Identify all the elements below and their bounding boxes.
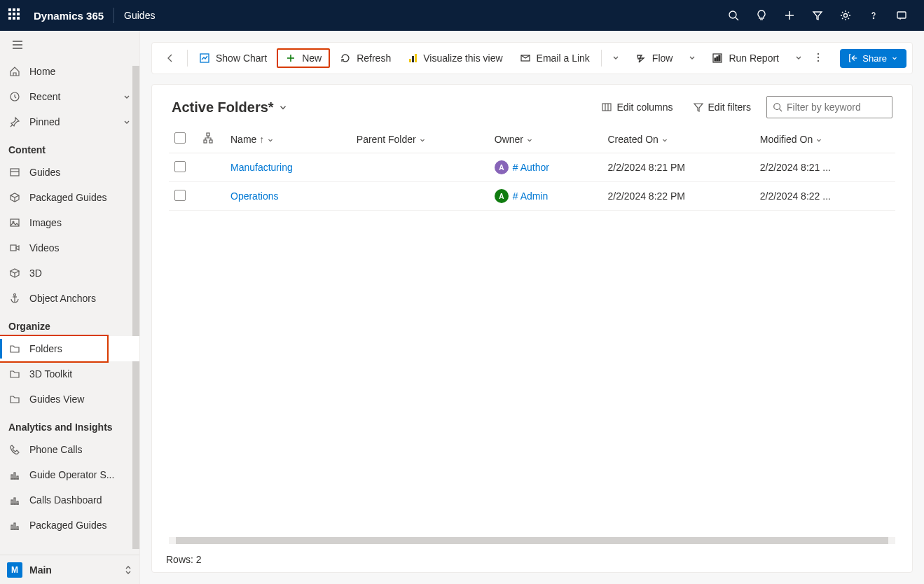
brand-name: Dynamics 365: [34, 10, 104, 22]
svg-rect-35: [409, 59, 411, 62]
owner-link[interactable]: A# Admin: [495, 189, 597, 203]
assistant-icon[interactable]: [888, 0, 916, 31]
folder-name-link[interactable]: Operations: [225, 182, 351, 211]
flow-chevron[interactable]: [682, 48, 702, 68]
svg-line-50: [780, 109, 782, 112]
email-link-button[interactable]: Email a Link: [513, 48, 597, 68]
folder-name-link[interactable]: Manufacturing: [225, 153, 351, 182]
help-icon[interactable]: [860, 0, 888, 31]
hierarchy-icon[interactable]: [202, 132, 214, 144]
nav-recent[interactable]: Recent: [0, 84, 139, 109]
refresh-button[interactable]: Refresh: [333, 48, 398, 68]
col-created[interactable]: Created On: [602, 125, 754, 153]
filter-icon[interactable]: [804, 0, 832, 31]
svg-rect-29: [11, 525, 13, 529]
nav-label: Pinned: [29, 116, 114, 127]
lightbulb-icon[interactable]: [747, 0, 775, 31]
run-report-chevron[interactable]: [789, 48, 808, 68]
nav-folders[interactable]: Folders: [0, 336, 139, 361]
flow-button[interactable]: Flow: [628, 48, 680, 68]
hamburger-icon[interactable]: [0, 31, 139, 59]
show-chart-button[interactable]: Show Chart: [192, 48, 274, 68]
svg-rect-25: [11, 500, 13, 504]
nav-home[interactable]: Home: [0, 59, 139, 84]
svg-rect-42: [719, 55, 720, 61]
overflow-icon[interactable]: [811, 48, 825, 69]
folder-icon: [8, 342, 21, 355]
svg-point-44: [818, 56, 819, 57]
table-row[interactable]: Operations A# Admin 2/2/2024 8:22 PM 2/2…: [169, 182, 895, 211]
nav-label: 3D: [29, 267, 131, 279]
nav-images[interactable]: Images: [0, 210, 139, 235]
col-parent[interactable]: Parent Folder: [351, 125, 489, 153]
nav-pinned[interactable]: Pinned: [0, 109, 139, 134]
nav-label: Packaged Guides: [29, 192, 131, 203]
svg-rect-14: [11, 219, 19, 226]
nav-packaged-guides[interactable]: Packaged Guides: [0, 185, 139, 210]
chart-icon: [8, 494, 21, 506]
svg-rect-7: [897, 12, 906, 18]
parent-cell: [351, 153, 489, 182]
nav-3d[interactable]: 3D: [0, 260, 139, 286]
svg-rect-22: [14, 473, 15, 479]
view-selector[interactable]: Active Folders*: [172, 99, 288, 116]
svg-rect-40: [715, 58, 716, 61]
run-report-button[interactable]: Run Report: [705, 48, 786, 68]
nav-object-anchors[interactable]: Object Anchors: [0, 286, 139, 311]
edit-filters-label: Edit filters: [708, 102, 751, 113]
keyword-filter[interactable]: [766, 96, 892, 118]
package-icon: [8, 191, 21, 204]
edit-columns-button[interactable]: Edit columns: [597, 99, 677, 116]
email-chevron[interactable]: [606, 48, 626, 68]
back-button[interactable]: [158, 48, 183, 68]
svg-rect-37: [415, 54, 417, 62]
parent-cell: [351, 182, 489, 211]
nav-guide-operator-s-[interactable]: Guide Operator S...: [0, 462, 139, 487]
nav-label: Calls Dashboard: [29, 494, 131, 506]
app-launcher-icon[interactable]: [8, 8, 22, 22]
area-switcher[interactable]: M Main: [0, 555, 139, 584]
col-modified[interactable]: Modified On: [754, 125, 895, 153]
nav-phone-calls[interactable]: Phone Calls: [0, 437, 139, 462]
new-button[interactable]: New: [277, 48, 330, 68]
svg-rect-36: [412, 56, 414, 62]
nav-calls-dashboard[interactable]: Calls Dashboard: [0, 487, 139, 513]
row-checkbox[interactable]: [174, 161, 186, 172]
edit-filters-button[interactable]: Edit filters: [689, 99, 755, 116]
app-name[interactable]: Guides: [124, 10, 155, 21]
nav-3d-toolkit[interactable]: 3D Toolkit: [0, 361, 139, 387]
share-button[interactable]: Share: [840, 49, 906, 68]
folder-icon: [8, 368, 21, 380]
col-owner[interactable]: Owner: [489, 125, 602, 153]
guide-icon: [8, 166, 21, 179]
visualize-button[interactable]: Visualize this view: [401, 48, 509, 68]
search-icon[interactable]: [719, 0, 747, 31]
add-icon[interactable]: [775, 0, 804, 31]
phone-icon: [8, 443, 21, 456]
nav-videos[interactable]: Videos: [0, 235, 139, 260]
grid-card: Active Folders* Edit columns Edit filter…: [151, 84, 913, 573]
row-checkbox[interactable]: [174, 190, 186, 201]
nav-packaged-guides[interactable]: Packaged Guides: [0, 513, 139, 538]
keyword-filter-input[interactable]: [787, 102, 909, 113]
svg-point-0: [729, 11, 736, 18]
table-row[interactable]: Manufacturing A# Author 2/2/2024 8:21 PM…: [169, 153, 895, 182]
svg-rect-41: [717, 57, 718, 61]
nav-label: 3D Toolkit: [29, 368, 131, 380]
view-title-text: Active Folders*: [172, 99, 274, 116]
svg-rect-46: [602, 104, 611, 111]
nav-guides-view[interactable]: Guides View: [0, 387, 139, 412]
svg-rect-31: [17, 527, 18, 529]
horizontal-scrollbar[interactable]: [169, 537, 895, 544]
area-label: Main: [29, 564, 117, 576]
anchor-icon: [8, 292, 21, 305]
owner-link[interactable]: A# Author: [495, 160, 597, 174]
select-all-checkbox[interactable]: [174, 132, 186, 144]
svg-point-49: [774, 104, 780, 110]
nav-label: Videos: [29, 242, 131, 253]
updown-icon: [124, 564, 132, 576]
avatar: A: [495, 189, 509, 203]
nav-guides[interactable]: Guides: [0, 160, 139, 185]
settings-icon[interactable]: [832, 0, 860, 31]
col-name[interactable]: Name ↑: [225, 125, 351, 153]
